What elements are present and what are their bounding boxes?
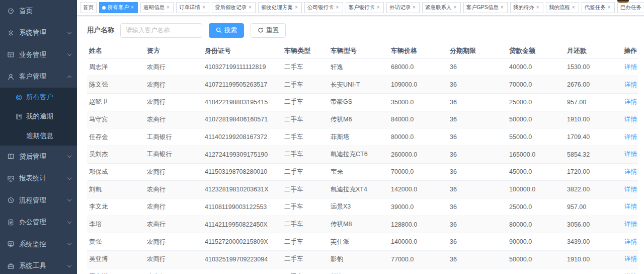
tab-客户银行卡[interactable]: 客户银行卡×: [346, 2, 384, 13]
tab-close-icon[interactable]: ×: [571, 5, 576, 10]
cell-loan_amount: 55000.0: [507, 128, 565, 146]
cell-vehicle_model: 传祺M8: [329, 216, 389, 233]
sidebar-item-系统工具[interactable]: 系统工具: [0, 255, 77, 274]
table-header-row: 姓名资方身份证号车辆类型车辆型号车辆价格分期期限贷款金额月还款操作: [87, 44, 638, 58]
search-button[interactable]: 搜索: [209, 23, 244, 38]
detail-link[interactable]: 详情: [624, 98, 637, 105]
cell-action: 详情: [618, 111, 638, 128]
tab-紧急联系人[interactable]: 紧急联系人×: [422, 2, 461, 13]
cell-funder: 农商行: [145, 216, 203, 233]
cell-monthly_payment: 1910.00: [565, 251, 618, 268]
detail-link[interactable]: 详情: [624, 168, 637, 175]
tab-close-icon[interactable]: ×: [453, 5, 458, 10]
sidebar-item-报表统计[interactable]: 报表统计: [0, 167, 77, 189]
tab-close-icon[interactable]: ×: [130, 5, 135, 10]
sidebar-item-业务管理[interactable]: 业务管理: [0, 44, 77, 66]
cell-action: 详情: [618, 58, 638, 76]
detail-link[interactable]: 详情: [624, 133, 637, 141]
cell-name: 周志洋: [87, 58, 145, 76]
cell-vehicle_model: 菲斯塔: [329, 128, 389, 146]
reset-button[interactable]: 重置: [251, 23, 286, 38]
detail-link[interactable]: 详情: [624, 116, 637, 123]
cell-loan_amount: 40000.0: [507, 58, 565, 76]
tab-close-icon[interactable]: ×: [335, 5, 340, 10]
tab-close-icon[interactable]: ×: [500, 5, 505, 10]
detail-link[interactable]: 详情: [624, 255, 637, 262]
detail-link[interactable]: 详情: [624, 63, 637, 71]
tab-close-icon[interactable]: ×: [376, 5, 381, 10]
cell-id_number: 410327199111112819: [203, 58, 282, 76]
tab-close-icon[interactable]: ×: [166, 5, 171, 10]
tab-外访记录[interactable]: 外访记录×: [386, 2, 420, 13]
sidebar-subitem-我的逾期[interactable]: 我的逾期: [0, 107, 77, 126]
tab-逾期信息[interactable]: 逾期信息×: [140, 2, 174, 13]
sidebar-item-办公管理[interactable]: 办公管理: [0, 211, 77, 233]
tab-label: 订单详情: [179, 4, 200, 11]
tab-close-icon[interactable]: ×: [535, 5, 540, 10]
sidebar-item-系统管理[interactable]: 系统管理: [0, 22, 77, 44]
search-input[interactable]: [120, 23, 202, 38]
sidebar-item-系统监控[interactable]: 系统监控: [0, 233, 77, 255]
cell-term: 36: [448, 233, 507, 251]
table-row: 邓保成农商行411503198708280010二手车宝来70000.03645…: [87, 163, 638, 181]
detail-link[interactable]: 详情: [624, 238, 637, 245]
tab-订单详情[interactable]: 订单详情×: [176, 2, 209, 13]
tab-close-icon[interactable]: ×: [294, 5, 299, 10]
column-header-车辆型号: 车辆型号: [329, 44, 389, 58]
cell-vehicle_price: 35000.0: [389, 93, 448, 111]
search-field-label: 用户名称: [87, 26, 114, 35]
cell-action: 详情: [618, 146, 638, 163]
tab-label: 外访记录: [389, 4, 411, 11]
tab-所有客户[interactable]: 所有客户×: [99, 2, 138, 13]
detail-link[interactable]: 详情: [624, 186, 637, 193]
cell-term: 36: [448, 76, 507, 94]
tab-close-icon[interactable]: ×: [412, 5, 417, 10]
tab-close-icon[interactable]: ×: [248, 5, 253, 10]
cell-vehicle_type: 二手车: [282, 111, 329, 128]
cell-vehicle_price: 260000.0: [389, 146, 448, 163]
chevron-down-icon: [67, 175, 71, 179]
sidebar-subitem-所有客户[interactable]: 所有客户: [0, 88, 77, 107]
tab-贷后催收记录[interactable]: 贷后催收记录×: [212, 2, 256, 13]
tab-客户GPS信息[interactable]: 客户GPS信息×: [463, 2, 508, 13]
detail-link[interactable]: 详情: [624, 81, 637, 88]
sidebar-item-客户管理[interactable]: 客户管理: [0, 66, 77, 88]
cell-action: 详情: [618, 251, 638, 268]
chevron-up-icon: [67, 76, 71, 80]
cell-vehicle_type: 二手车: [282, 198, 329, 216]
cell-vehicle_model: 传祺M6: [329, 111, 389, 128]
sidebar-subitem-逾期信息[interactable]: 逾期信息: [0, 126, 77, 146]
table-row: 李文龙农商行411081199003122553二手车远景X339000.036…: [87, 198, 638, 216]
tab-label: 代签任务: [585, 4, 606, 11]
cell-id_number: 411402199208167372: [203, 128, 282, 146]
clock-icon: [7, 196, 15, 204]
tab-我的待办[interactable]: 我的待办×: [510, 2, 543, 13]
tab-close-icon[interactable]: ×: [607, 5, 612, 10]
tab-已办任务[interactable]: 已办任务×: [617, 2, 644, 13]
cell-name: 李培: [87, 216, 145, 233]
detail-link[interactable]: 详情: [624, 221, 637, 228]
table-row: 任存金工商银行411402199208167372二手车菲斯塔80000.036…: [87, 128, 638, 146]
tab-首页[interactable]: 首页: [80, 2, 97, 13]
tab-公司银行卡[interactable]: 公司银行卡×: [304, 2, 343, 13]
cell-vehicle_price: 142000.0: [389, 181, 448, 198]
cell-monthly_payment: 2676.00: [565, 76, 618, 94]
table-row: 陈文强农商行410721199505263517二手车长安UNI-T109000…: [87, 76, 638, 94]
detail-link[interactable]: 详情: [624, 203, 637, 210]
cell-id_number: 41152720000215809X: [203, 233, 282, 251]
user-icon: [7, 73, 15, 81]
sidebar-item-贷后管理[interactable]: 贷后管理: [0, 146, 77, 168]
tab-我的流程[interactable]: 我的流程×: [546, 2, 579, 13]
tab-close-icon[interactable]: ×: [201, 5, 206, 10]
cell-action: 详情: [618, 76, 638, 94]
cell-loan_amount: 25000.0: [507, 198, 565, 216]
table-row: 马守宾农商行410728198406160571二手车传祺M684000.036…: [87, 111, 638, 128]
tab-label: 贷后催收记录: [215, 4, 247, 11]
tab-代签任务[interactable]: 代签任务×: [582, 2, 615, 13]
detail-link[interactable]: 详情: [624, 151, 637, 158]
tab-label: 已办任务: [620, 4, 641, 11]
tab-催收处理方案[interactable]: 催收处理方案×: [258, 2, 302, 13]
sidebar-item-label: 系统管理: [19, 28, 68, 37]
sidebar-item-流程管理[interactable]: 流程管理: [0, 189, 77, 212]
sidebar-item-首页[interactable]: 首页: [0, 0, 77, 22]
